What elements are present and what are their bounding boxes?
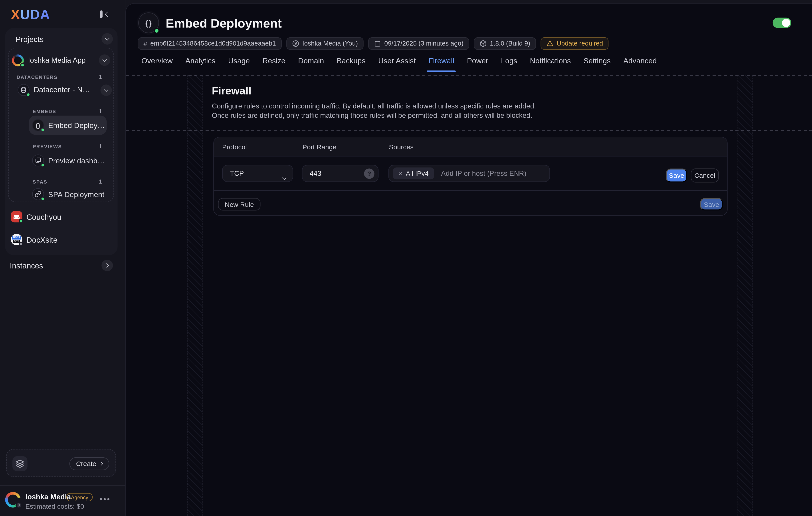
sidebar-item-docxsite[interactable]: DOCX SITE DocXsite <box>11 229 112 250</box>
save-all-button-disabled[interactable]: Save <box>700 198 723 211</box>
rules-table-header: Protocol Port Range Sources <box>214 137 727 157</box>
spas-count: 1 <box>99 179 102 185</box>
tab-settings[interactable]: Settings <box>584 56 611 69</box>
tab-analytics[interactable]: Analytics <box>185 56 215 69</box>
tab-bar: Overview Analytics Usage Resize Domain B… <box>141 56 657 69</box>
sidebar-item-ioshka-media-app[interactable]: Ioshka Media App <box>12 52 111 68</box>
spas-section-label: SPAS <box>33 179 47 185</box>
toggle-knob <box>782 19 790 27</box>
tab-usage[interactable]: Usage <box>228 56 250 69</box>
user-account-row: 0 Ioshka Media Agency Estimated costs: $… <box>0 489 125 514</box>
help-icon[interactable]: ? <box>364 168 375 179</box>
previews-section-label: PREVIEWS <box>33 143 62 150</box>
sidebar-item-label: SPA Deployment <box>48 190 104 198</box>
dashed-divider-top <box>126 75 812 76</box>
dashed-divider-section <box>126 130 812 131</box>
firewall-description-line2: Once rules are defined, only traffic mat… <box>212 112 532 119</box>
firewall-section-title: Firewall <box>212 84 251 97</box>
datacenter-collapse-button[interactable] <box>100 84 112 96</box>
tab-user-assist[interactable]: User Assist <box>378 56 416 69</box>
deployment-id-badge[interactable]: # emb6f21453486458ce1d0d901d9aaeaaeb1 <box>138 37 282 50</box>
update-required-badge[interactable]: Update required <box>541 37 609 50</box>
rules-table-footer: New Rule Save <box>214 190 727 215</box>
datacenters-section-label: DATACENTERS <box>17 74 58 80</box>
sidebar-item-label: Embed Deployment <box>48 121 107 129</box>
status-dot-online <box>154 28 160 34</box>
projects-collapse-button[interactable] <box>102 33 113 45</box>
chevron-down-icon <box>105 36 110 41</box>
projects-panel: Projects Ioshka Media App DATACENTERS 1 <box>5 28 117 255</box>
main-content: {} Embed Deployment # emb6f21453486458ce… <box>125 3 812 516</box>
cancel-rule-button[interactable]: Cancel <box>691 168 719 183</box>
port-range-input[interactable]: 443 ? <box>302 165 378 182</box>
status-dot-online <box>19 219 23 223</box>
sources-input[interactable]: × All IPv4 Add IP or host (Press ENR) <box>388 165 550 182</box>
user-icon <box>292 40 299 47</box>
tab-firewall[interactable]: Firewall <box>428 56 455 69</box>
deployment-meta-badges: # emb6f21453486458ce1d0d901d9aaeaaeb1 Io… <box>138 37 609 50</box>
deployment-enabled-toggle[interactable] <box>773 18 791 28</box>
package-icon <box>480 40 487 47</box>
owner-badge[interactable]: Ioshka Media (You) <box>286 37 364 50</box>
tab-overview[interactable]: Overview <box>141 56 173 69</box>
sidebar-item-embed-deployment[interactable]: {} Embed Deployment <box>29 115 107 135</box>
sidebar-item-preview-dashboard[interactable]: Preview dashboard <box>29 151 107 170</box>
tab-advanced[interactable]: Advanced <box>623 56 657 69</box>
sources-placeholder: Add IP or host (Press ENR) <box>441 169 526 177</box>
chevron-down-icon <box>102 57 107 62</box>
sidebar-item-instances[interactable]: Instances <box>0 257 125 274</box>
layers-icon <box>12 456 28 471</box>
firewall-rules-card: Protocol Port Range Sources TCP 443 ? × … <box>213 137 728 216</box>
firewall-description-line1: Configure rules to control incoming traf… <box>212 102 536 110</box>
tree-guide-line <box>21 100 21 198</box>
page-title: Embed Deployment <box>166 16 282 30</box>
xuda-logo: XUDA <box>11 7 50 22</box>
estimated-costs: Estimated costs: $0 <box>25 503 84 510</box>
projects-label: Projects <box>16 35 44 44</box>
previews-count: 1 <box>99 143 102 150</box>
tab-backups[interactable]: Backups <box>337 56 366 69</box>
remove-tag-icon[interactable]: × <box>398 169 402 177</box>
sidebar-item-label: Couchyou <box>26 212 61 221</box>
agency-badge: Agency <box>66 493 93 501</box>
deployment-icon: {} <box>138 12 159 33</box>
updated-date-badge[interactable]: 09/17/2025 (3 minutes ago) <box>368 37 469 50</box>
instances-label: Instances <box>10 261 43 270</box>
create-button[interactable]: Create <box>69 457 110 470</box>
project-group-ioshka: Ioshka Media App DATACENTERS 1 Datacente… <box>8 48 114 202</box>
instances-expand-button[interactable] <box>102 260 113 271</box>
save-rule-button[interactable]: Save <box>666 168 687 183</box>
decorative-hatch-band-left <box>187 75 202 516</box>
chevron-right-icon <box>105 263 109 268</box>
sidebar-item-label: DocXsite <box>26 235 57 244</box>
column-port-range: Port Range <box>302 143 336 151</box>
hash-icon: # <box>143 39 147 47</box>
rule-row: TCP 443 ? × All IPv4 Add IP or host (Pre… <box>214 157 727 190</box>
sidebar-item-label: Datacenter - New Y... <box>34 86 93 94</box>
status-dot-online <box>40 196 45 201</box>
sidebar-divider <box>0 485 125 486</box>
tab-power[interactable]: Power <box>467 56 488 69</box>
new-rule-button[interactable]: New Rule <box>218 198 261 211</box>
tab-domain[interactable]: Domain <box>298 56 324 69</box>
status-dot-offline <box>19 242 23 246</box>
tab-logs[interactable]: Logs <box>501 56 517 69</box>
avatar-count-badge: 0 <box>16 502 22 509</box>
user-menu-icon[interactable]: ••• <box>99 495 111 504</box>
column-protocol: Protocol <box>222 143 247 151</box>
create-panel: Create <box>6 449 116 477</box>
collapse-sidebar-icon[interactable] <box>99 9 111 20</box>
sidebar-item-datacenter[interactable]: Datacenter - New Y... <box>18 81 112 98</box>
sidebar-item-couchyou[interactable]: Couchyou <box>11 206 112 227</box>
tab-resize[interactable]: Resize <box>263 56 286 69</box>
embeds-section-label: EMBEDS <box>33 108 56 114</box>
app-collapse-button[interactable] <box>99 54 110 66</box>
tab-notifications[interactable]: Notifications <box>530 56 571 69</box>
sidebar-item-spa-deployment[interactable]: SPA Deployment <box>29 185 107 204</box>
sidebar-item-label: Ioshka Media App <box>28 56 86 64</box>
sidebar-item-label: Preview dashboard <box>48 156 107 164</box>
calendar-icon <box>374 40 381 47</box>
protocol-select[interactable]: TCP <box>222 165 293 182</box>
status-dot-online <box>20 62 25 67</box>
version-badge[interactable]: 1.8.0 (Build 9) <box>474 37 536 50</box>
